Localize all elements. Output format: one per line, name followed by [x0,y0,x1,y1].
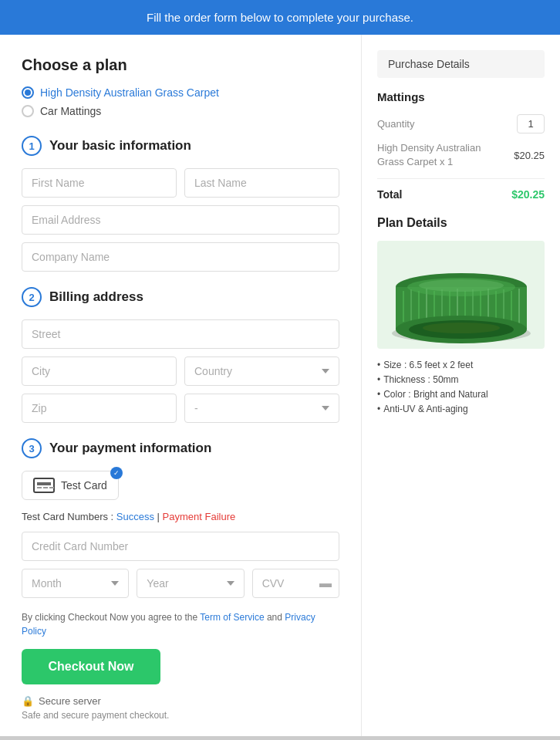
cvv-wrapper: ▬ [252,569,339,598]
quantity-row: Quantity 1 [377,114,545,133]
svg-point-23 [419,279,504,292]
failure-link[interactable]: Payment Failure [163,511,236,522]
step3-title: Your payment information [49,441,211,456]
mattings-title: Mattings [377,90,545,103]
checkout-button[interactable]: Checkout Now [22,649,160,684]
step2-header: 2 Billing address [22,287,339,307]
company-input[interactable] [22,242,339,272]
success-link[interactable]: Success [116,511,154,522]
secure-label: Secure server [39,695,101,707]
main-content: Choose a plan High Density Australian Gr… [0,35,560,736]
zip-state-row: - NSW VIC QLD [22,394,339,423]
cvv-icon: ▬ [319,576,332,590]
grass-image [377,241,545,349]
country-select[interactable]: Country Australia United States United K… [184,356,339,386]
purchase-details-header: Purchase Details [377,50,545,78]
plan-details-list: Size : 6.5 feet x 2 feet Thickness : 50m… [377,360,545,414]
svg-point-21 [423,323,500,333]
email-input[interactable] [22,205,339,235]
city-input[interactable] [22,356,177,386]
plan-options: High Density Australian Grass Carpet Car… [22,86,339,117]
test-card-numbers: Test Card Numbers : Success | Payment Fa… [22,511,339,522]
total-label: Total [377,188,402,201]
detail-item-3: Anti-UV & Anti-aging [377,404,545,414]
detail-item-2: Color : Bright and Natural [377,389,545,400]
step1-title: Your basic information [49,138,191,154]
terms-text: By clicking Checkout Now you agree to th… [22,610,339,638]
step1-header: 1 Your basic information [22,136,339,156]
test-card-label: Test Card [61,479,107,492]
plan-option-grass[interactable]: High Density Australian Grass Carpet [22,86,339,99]
first-name-input[interactable] [22,168,177,198]
lock-icon: 🔒 [22,695,34,707]
last-name-input[interactable] [184,168,339,198]
page-wrapper: Fill the order form below to complete yo… [0,0,560,736]
banner-text: Fill the order form below to complete yo… [147,11,413,24]
left-panel: Choose a plan High Density Australian Gr… [0,35,362,736]
radio-car[interactable] [22,105,34,117]
quantity-box: 1 [517,114,545,133]
zip-input[interactable] [22,394,177,423]
plan-label-grass: High Density Australian Grass Carpet [40,86,219,99]
test-card-badge[interactable]: Test Card ✓ [22,471,119,500]
plan-option-car[interactable]: Car Mattings [22,105,339,117]
radio-grass[interactable] [22,86,34,99]
street-row [22,319,339,349]
card-details-row: Month 01020304 05060708 09101112 Year 20… [22,569,339,598]
step3-badge: 3 [22,438,42,458]
step2-title: Billing address [49,289,143,305]
quantity-label: Quantity [377,118,414,130]
terms-of-service-link[interactable]: Term of Service [200,612,264,623]
detail-item-0: Size : 6.5 feet x 2 feet [377,360,545,370]
secure-info: 🔒 Secure server [22,695,339,707]
step1-badge: 1 [22,136,42,156]
step2-badge: 2 [22,287,42,307]
email-row [22,205,339,235]
city-country-row: Country Australia United States United K… [22,356,339,386]
product-row: High Density AustralianGrass Carpet x 1 … [377,141,545,169]
step3-header: 3 Your payment information [22,438,339,458]
safe-text: Safe and secure payment checkout. [22,710,339,721]
name-row [22,168,339,198]
choose-plan-title: Choose a plan [22,56,339,74]
top-banner: Fill the order form below to complete yo… [0,0,560,35]
street-input[interactable] [22,319,339,349]
year-select[interactable]: Year 20242025202620272028 [137,569,244,598]
plan-details-title: Plan Details [377,216,545,230]
company-row [22,242,339,272]
total-row: Total $20.25 [377,188,545,201]
product-desc: High Density AustralianGrass Carpet x 1 [377,141,481,169]
check-badge: ✓ [110,467,123,479]
plan-label-car: Car Mattings [40,105,101,117]
product-price: $20.25 [514,150,545,161]
detail-item-1: Thickness : 50mm [377,374,545,385]
total-value: $20.25 [511,188,545,201]
right-panel: Purchase Details Mattings Quantity 1 Hig… [362,35,560,736]
state-select[interactable]: - NSW VIC QLD [184,394,339,423]
divider [377,178,545,179]
credit-card-row [22,532,339,561]
card-icon [33,478,55,493]
credit-card-input[interactable] [22,532,339,561]
month-select[interactable]: Month 01020304 05060708 09101112 [22,569,129,598]
